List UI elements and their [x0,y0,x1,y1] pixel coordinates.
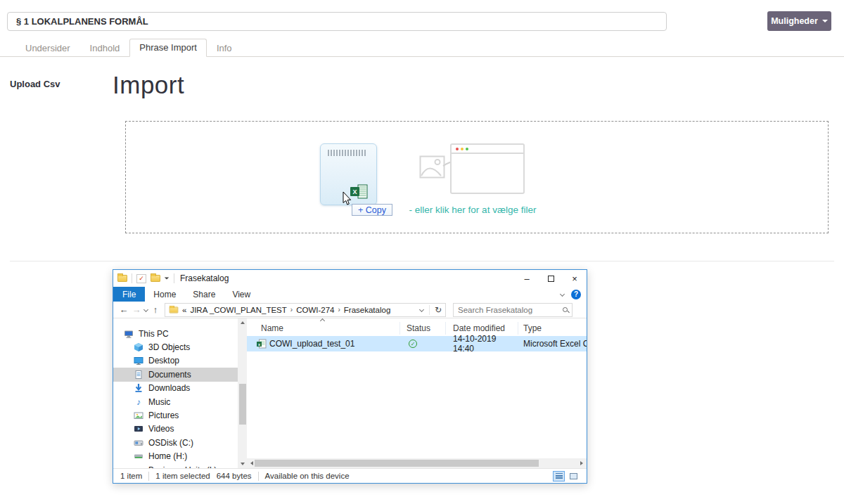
nav-item-label: Downloads [148,383,190,393]
nav-item-label: Business Units (I:) [148,465,217,468]
page: Muligheder Undersider Indhold Phrase Imp… [0,0,844,504]
tab-phrase-import[interactable]: Phrase Import [129,39,207,57]
videos-icon [134,424,143,434]
breadcrumb-separator: › [338,306,340,314]
nav-scrollbar-thumb[interactable] [239,384,246,425]
up-button[interactable]: ↑ [149,304,162,315]
maximize-button[interactable] [539,270,563,287]
nav-item-downloads[interactable]: Downloads [113,382,238,395]
nav-item-label: OSDisk (C:) [148,438,193,448]
nav-item-label: 3D Objects [148,342,190,352]
back-button[interactable]: ← [117,304,130,315]
nav-item-label: Videos [148,424,174,434]
minimize-button[interactable]: – [515,270,539,287]
file-name-cell: x COWI_upload_test_01 [247,339,400,349]
collapse-ribbon-icon[interactable] [560,292,565,297]
nav-item-documents[interactable]: Documents [113,368,238,381]
nav-item-this-pc[interactable]: This PC [113,327,238,340]
address-bar: ← → ↑ « JIRA _COWI_PLAN_TEST › COWI-274 … [113,302,587,318]
status-separator [148,472,149,481]
nav-item-osdisk[interactable]: OSDisk (C:) [113,436,238,449]
search-box [453,303,573,317]
search-input[interactable] [458,306,560,314]
recent-locations-icon[interactable] [143,307,148,312]
nav-item-music[interactable]: ♪ Music [113,395,238,408]
column-header-date-modified[interactable]: Date modified [446,322,518,335]
nav-scrollbar[interactable] [238,318,247,468]
explorer-titlebar[interactable]: ✓ Frasekatalog – × [113,270,587,287]
nav-item-3d-objects[interactable]: 3D Objects [113,340,238,354]
breadcrumb-item[interactable]: Frasekatalog [344,306,390,314]
tab-undersider[interactable]: Undersider [15,40,80,56]
nav-item-label: Music [148,397,170,407]
chevron-down-icon [822,20,828,22]
import-heading: Import [113,71,184,99]
file-date-cell: 14-10-2019 14:40 [446,334,518,354]
view-toggle-buttons [553,471,580,482]
copy-tooltip: + Copy [352,204,392,216]
help-button[interactable]: ? [571,290,581,299]
upload-csv-label: Upload Csv [10,79,60,89]
breadcrumb-item[interactable]: JIRA _COWI_PLAN_TEST [190,306,286,314]
nav-item-desktop[interactable]: Desktop [113,354,238,368]
options-button[interactable]: Muligheder [767,11,831,31]
file-status-cell: ✓ [400,340,446,348]
address-dropdown-icon[interactable] [419,307,424,312]
address-box[interactable]: « JIRA _COWI_PLAN_TEST › COWI-274 › Fras… [165,303,446,317]
pictures-icon [134,411,143,420]
horizontal-scrollbar-thumb[interactable] [255,460,539,467]
search-icon[interactable] [563,307,568,312]
tab-bar: Undersider Indhold Phrase Import Info [0,39,844,57]
ribbon-tab-share[interactable]: Share [184,287,224,302]
quick-access-folder-icon[interactable] [151,275,160,282]
refresh-button[interactable]: ↻ [429,305,442,315]
status-separator [258,472,259,481]
file-preview-text [328,150,367,156]
column-header-name[interactable]: Name [247,322,400,335]
quick-access-check-icon[interactable]: ✓ [136,274,146,283]
selection-size: 644 bytes [217,472,252,480]
quick-access-caret-icon[interactable] [165,277,169,279]
nav-item-home-drive[interactable]: Home (H:) [113,450,238,463]
browser-window-illustration [450,143,525,194]
music-icon: ♪ [134,397,143,407]
browse-files-link[interactable]: - eller klik her for at vælge filer [409,205,537,215]
nav-item-business-units-drive[interactable]: Business Units (I:) [113,463,238,468]
details-view-button[interactable] [553,471,565,482]
navigation-pane: This PC 3D Objects Desktop Documents Dow… [113,318,238,468]
page-title-input[interactable] [7,12,667,31]
availability-status: Available on this device [265,472,350,480]
file-list: Name Status Date modified Type x COWI_up… [247,318,587,458]
ribbon-tab-bar: File Home Share View ? [113,287,587,302]
window-title: Frasekatalog [180,273,229,283]
ribbon-tab-file[interactable]: File [113,287,145,302]
breadcrumb-separator: › [290,306,293,314]
forward-button[interactable]: → [130,304,143,315]
horizontal-scrollbar[interactable] [247,458,587,468]
column-header-type[interactable]: Type [518,322,587,335]
scroll-down-icon[interactable] [238,460,247,468]
red-dot-icon [456,148,459,150]
thumbnail-view-button[interactable] [568,471,580,482]
explorer-body: This PC 3D Objects Desktop Documents Dow… [113,318,587,468]
this-pc-icon [124,329,134,339]
nav-item-pictures[interactable]: Pictures [113,408,238,422]
scroll-up-icon[interactable] [238,318,247,327]
disk-drive-icon [134,438,143,448]
scroll-right-icon[interactable] [577,458,587,468]
file-row[interactable]: x COWI_upload_test_01 ✓ 14-10-2019 14:40… [247,336,587,351]
tab-indhold[interactable]: Indhold [80,40,130,56]
close-button[interactable]: × [563,270,587,287]
breadcrumb-item[interactable]: COWI-274 [296,306,334,314]
nav-item-label: This PC [139,329,169,339]
column-header-status[interactable]: Status [400,322,446,335]
ribbon-tab-view[interactable]: View [224,287,259,302]
address-right-controls: ↻ [420,305,442,315]
nav-item-label: Desktop [148,356,179,366]
nav-item-label: Home (H:) [148,451,187,461]
ribbon-tab-home[interactable]: Home [145,287,184,302]
nav-item-videos[interactable]: Videos [113,422,238,436]
nav-item-label: Pictures [148,411,179,420]
section-divider [10,261,834,261]
tab-info[interactable]: Info [207,40,242,56]
